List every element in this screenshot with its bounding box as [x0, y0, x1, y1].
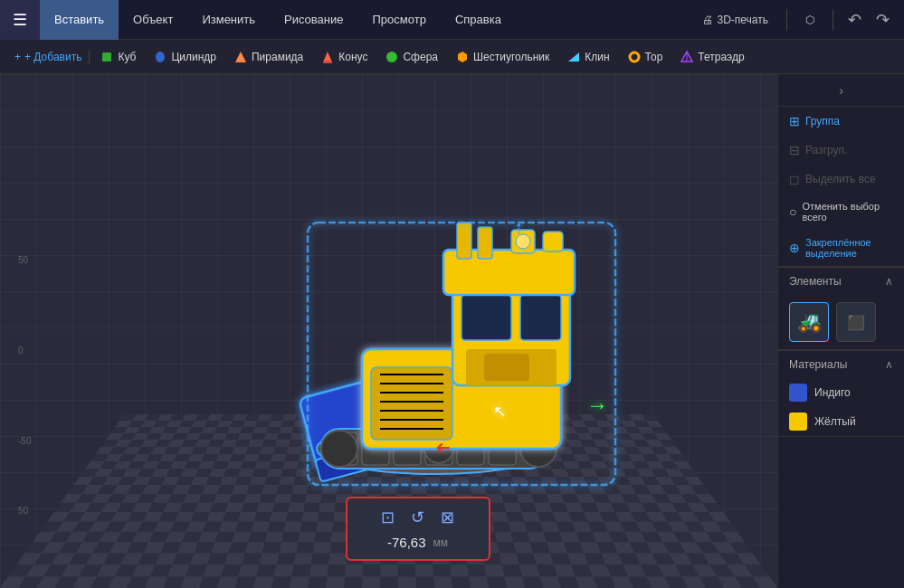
float-icon-rotate[interactable]: ↺	[411, 507, 424, 527]
svg-rect-43	[543, 232, 563, 251]
float-icon-scale[interactable]: ⊠	[441, 507, 454, 527]
tetrahedron-icon	[680, 51, 693, 63]
cone-icon	[321, 51, 334, 63]
svg-rect-34	[462, 295, 511, 340]
menu-item-help[interactable]: Справка	[441, 0, 516, 40]
indigo-label: Индиго	[814, 386, 851, 399]
deselect-icon: ○	[789, 204, 796, 219]
export-icon-btn[interactable]: ⬡	[798, 10, 822, 30]
float-toolbar: ⊡ ↺ ⊠ -76,63 мм	[346, 497, 490, 561]
materials-section: Материалы ∧ Индиго Жёлтый	[778, 350, 904, 437]
print3d-label: 3D-печать	[717, 14, 768, 26]
sidebar-item-select-all[interactable]: ◻ Выделить все	[778, 165, 904, 194]
svg-point-21	[321, 431, 357, 467]
undo-button[interactable]: ↶	[844, 6, 865, 33]
svg-point-1	[156, 52, 165, 62]
cylinder-icon	[154, 51, 167, 63]
svg-rect-37	[484, 354, 529, 381]
select-all-icon: ◻	[789, 172, 800, 186]
add-label: + Добавить	[24, 51, 81, 63]
group-label: Группа	[805, 115, 840, 128]
yellow-label: Жёлтый	[814, 415, 856, 428]
svg-point-5	[386, 52, 397, 62]
sidebar-item-lock[interactable]: ⊕ Закреплённое выделение	[778, 230, 904, 266]
hamburger-button[interactable]: ☰	[0, 0, 40, 40]
float-value-number: -76,63	[387, 535, 426, 550]
menu-item-insert[interactable]: Вставить	[40, 0, 119, 40]
element-thumb-bulldozer[interactable]: 🚜	[789, 302, 829, 342]
elements-section: Элементы ∧ 🚜 ⬛	[778, 267, 904, 350]
elements-label: Элементы	[789, 275, 842, 288]
float-toolbar-icons: ⊡ ↺ ⊠	[381, 507, 454, 527]
sidebar-item-ungroup[interactable]: ⊟ Разгруп.	[778, 136, 904, 165]
svg-rect-35	[520, 295, 561, 340]
grid-label-50b: 50	[18, 506, 28, 516]
select-all-label: Выделить все	[805, 173, 876, 185]
elements-collapse[interactable]: ∧	[885, 275, 893, 288]
elements-header: Элементы ∧	[778, 267, 904, 295]
menu-item-draw[interactable]: Рисование	[270, 0, 357, 40]
svg-rect-40	[478, 227, 492, 259]
svg-text:→: →	[586, 393, 608, 417]
shape-tetrahedron[interactable]: Тетраэдр	[673, 51, 751, 63]
menubar: ☰ Вставить Объект Изменить Рисование Про…	[0, 0, 904, 40]
menu-item-view[interactable]: Просмотр	[358, 0, 441, 40]
print3d-icon: 🖨	[702, 14, 713, 26]
element-thumb-part[interactable]: ⬛	[836, 302, 876, 342]
svg-point-8	[630, 52, 639, 62]
materials-header: Материалы ∧	[778, 350, 904, 378]
shape-pyramid[interactable]: Пирамида	[227, 51, 310, 63]
shape-torus[interactable]: Тор	[621, 51, 671, 63]
sidebar-item-group[interactable]: ⊞ Группа	[778, 107, 904, 136]
ungroup-label: Разгруп.	[805, 144, 847, 156]
shape-cylinder[interactable]: Цилиндр	[147, 51, 224, 63]
export-icon: ⬡	[805, 14, 814, 26]
material-indigo[interactable]: Индиго	[778, 378, 904, 407]
shape-hexagon[interactable]: Шестиугольник	[449, 51, 557, 63]
sidebar-group-section: ⊞ Группа ⊟ Разгруп. ◻ Выделить все ○ Отм…	[778, 107, 904, 267]
shape-cone[interactable]: Конус	[314, 51, 375, 63]
shape-sphere[interactable]: Сфера	[378, 51, 445, 63]
indigo-swatch	[789, 384, 807, 402]
float-icon-move[interactable]: ⊡	[381, 507, 395, 527]
menu-item-edit[interactable]: Изменить	[187, 0, 270, 40]
svg-marker-2	[235, 52, 246, 62]
cube-icon	[100, 51, 113, 63]
add-icon: +	[14, 51, 21, 63]
menu-right: 🖨 3D-печать ⬡ ↶ ↷	[695, 6, 904, 33]
sidebar-toggle[interactable]: ›	[778, 74, 904, 107]
ungroup-icon: ⊟	[789, 143, 800, 157]
svg-text:↑: ↑	[514, 217, 523, 237]
grid-label-0: 0	[18, 346, 24, 356]
shape-wedge[interactable]: Клин	[560, 51, 616, 63]
add-button[interactable]: + + Добавить	[7, 51, 90, 63]
print3d-button[interactable]: 🖨 3D-печать	[695, 10, 776, 30]
svg-marker-7	[568, 52, 579, 62]
part-thumb-icon: ⬛	[847, 314, 865, 331]
grid-label-neg50: -50	[18, 436, 31, 446]
menu-item-object[interactable]: Объект	[119, 0, 187, 40]
wedge-icon	[567, 51, 580, 63]
material-yellow[interactable]: Жёлтый	[778, 407, 904, 436]
main-area: 50 0 -50 50	[0, 74, 904, 588]
canvas-area[interactable]: 50 0 -50 50	[0, 74, 777, 588]
lock-label: Закреплённое выделение	[805, 237, 893, 259]
object-container: ↑ → ↓ ↖ ➔	[181, 128, 705, 534]
lock-icon: ⊕	[789, 241, 800, 255]
yellow-swatch	[789, 413, 807, 431]
materials-collapse[interactable]: ∧	[885, 358, 893, 371]
torus-icon	[628, 51, 641, 63]
red-arrow: ➔	[435, 438, 451, 460]
sidebar-item-deselect[interactable]: ○ Отменить выбор всего	[778, 194, 904, 230]
float-value-container: -76,63 мм	[387, 535, 448, 550]
elements-grid: 🚜 ⬛	[778, 295, 904, 349]
shape-cube[interactable]: Куб	[93, 51, 143, 63]
toolbar: + + Добавить Куб Цилиндр Пирамида Конус …	[0, 40, 904, 74]
bulldozer-thumb-icon: 🚜	[797, 310, 822, 334]
svg-text:↖: ↖	[493, 403, 507, 421]
svg-rect-39	[457, 223, 471, 259]
separator	[786, 9, 787, 31]
separator2	[833, 9, 833, 31]
redo-button[interactable]: ↷	[872, 6, 893, 33]
sphere-icon	[385, 51, 398, 63]
